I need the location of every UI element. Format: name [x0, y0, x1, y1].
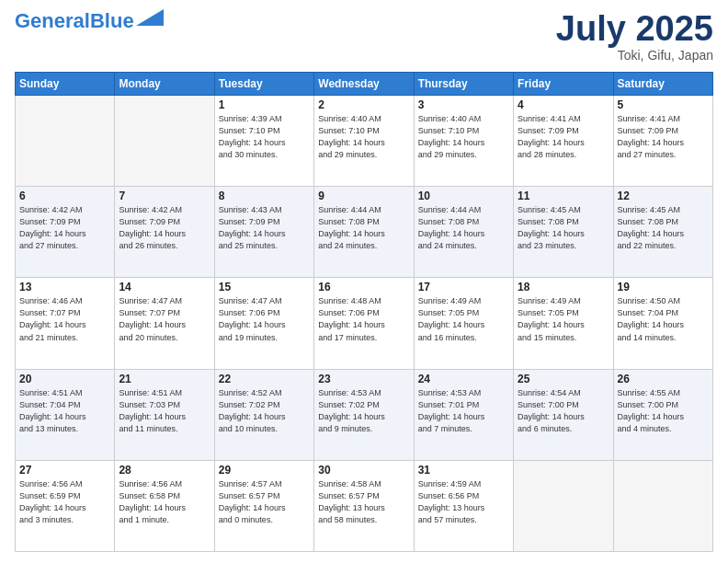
day-number: 12 — [618, 190, 709, 202]
day-info: Sunrise: 4:42 AMSunset: 7:09 PMDaylight:… — [119, 204, 210, 252]
logo-text: GeneralBlue — [15, 11, 134, 31]
day-number: 25 — [518, 373, 609, 385]
table-row: 30Sunrise: 4:58 AMSunset: 6:57 PMDayligh… — [314, 460, 414, 551]
table-row: 22Sunrise: 4:52 AMSunset: 7:02 PMDayligh… — [214, 369, 313, 460]
day-number: 4 — [518, 98, 609, 111]
day-info: Sunrise: 4:49 AMSunset: 7:05 PMDaylight:… — [418, 295, 509, 343]
day-number: 14 — [119, 281, 210, 293]
title-month: July 2025 — [556, 11, 713, 46]
table-row: 5Sunrise: 4:41 AMSunset: 7:09 PMDaylight… — [613, 96, 712, 187]
logo-wing-icon — [136, 9, 164, 26]
col-thursday: Thursday — [414, 73, 513, 96]
calendar-table: Sunday Monday Tuesday Wednesday Thursday… — [15, 72, 713, 552]
day-number: 23 — [318, 373, 409, 385]
day-info: Sunrise: 4:43 AMSunset: 7:09 PMDaylight:… — [219, 204, 310, 252]
table-row — [16, 96, 115, 187]
day-info: Sunrise: 4:51 AMSunset: 7:04 PMDaylight:… — [19, 387, 110, 435]
day-info: Sunrise: 4:40 AMSunset: 7:10 PMDaylight:… — [418, 113, 509, 161]
table-row: 7Sunrise: 4:42 AMSunset: 7:09 PMDaylight… — [115, 187, 214, 278]
table-row: 29Sunrise: 4:57 AMSunset: 6:57 PMDayligh… — [214, 460, 313, 551]
table-row: 25Sunrise: 4:54 AMSunset: 7:00 PMDayligh… — [514, 369, 613, 460]
day-number: 8 — [219, 190, 310, 202]
day-number: 21 — [119, 373, 210, 385]
day-info: Sunrise: 4:41 AMSunset: 7:09 PMDaylight:… — [518, 113, 609, 161]
day-info: Sunrise: 4:44 AMSunset: 7:08 PMDaylight:… — [318, 204, 409, 252]
day-number: 10 — [418, 190, 509, 202]
calendar-week-row: 13Sunrise: 4:46 AMSunset: 7:07 PMDayligh… — [16, 278, 713, 369]
day-info: Sunrise: 4:48 AMSunset: 7:06 PMDaylight:… — [318, 295, 409, 343]
calendar-week-row: 1Sunrise: 4:39 AMSunset: 7:10 PMDaylight… — [16, 96, 713, 187]
day-info: Sunrise: 4:53 AMSunset: 7:02 PMDaylight:… — [318, 387, 409, 435]
day-number: 29 — [219, 464, 310, 477]
day-info: Sunrise: 4:50 AMSunset: 7:04 PMDaylight:… — [618, 295, 709, 343]
day-info: Sunrise: 4:51 AMSunset: 7:03 PMDaylight:… — [119, 387, 210, 435]
day-info: Sunrise: 4:47 AMSunset: 7:07 PMDaylight:… — [119, 295, 210, 343]
day-number: 22 — [219, 373, 310, 385]
table-row: 23Sunrise: 4:53 AMSunset: 7:02 PMDayligh… — [314, 369, 414, 460]
day-number: 19 — [618, 281, 709, 293]
table-row: 16Sunrise: 4:48 AMSunset: 7:06 PMDayligh… — [314, 278, 414, 369]
table-row — [115, 96, 214, 187]
col-sunday: Sunday — [16, 73, 115, 96]
day-number: 13 — [19, 281, 110, 293]
day-number: 18 — [518, 281, 609, 293]
day-info: Sunrise: 4:46 AMSunset: 7:07 PMDaylight:… — [19, 295, 110, 343]
day-number: 15 — [219, 281, 310, 293]
col-monday: Monday — [115, 73, 214, 96]
table-row: 15Sunrise: 4:47 AMSunset: 7:06 PMDayligh… — [214, 278, 313, 369]
header: GeneralBlue July 2025 Toki, Gifu, Japan — [15, 11, 713, 63]
table-row: 24Sunrise: 4:53 AMSunset: 7:01 PMDayligh… — [414, 369, 513, 460]
day-info: Sunrise: 4:58 AMSunset: 6:57 PMDaylight:… — [318, 478, 409, 526]
day-number: 16 — [318, 281, 409, 293]
calendar-header-row: Sunday Monday Tuesday Wednesday Thursday… — [16, 73, 713, 96]
table-row: 9Sunrise: 4:44 AMSunset: 7:08 PMDaylight… — [314, 187, 414, 278]
table-row: 12Sunrise: 4:45 AMSunset: 7:08 PMDayligh… — [613, 187, 712, 278]
day-info: Sunrise: 4:45 AMSunset: 7:08 PMDaylight:… — [618, 204, 709, 252]
day-number: 9 — [318, 190, 409, 202]
table-row — [613, 460, 712, 551]
table-row: 31Sunrise: 4:59 AMSunset: 6:56 PMDayligh… — [414, 460, 513, 551]
table-row: 28Sunrise: 4:56 AMSunset: 6:58 PMDayligh… — [115, 460, 214, 551]
day-number: 6 — [19, 190, 110, 202]
day-info: Sunrise: 4:44 AMSunset: 7:08 PMDaylight:… — [418, 204, 509, 252]
day-number: 3 — [418, 98, 509, 111]
day-number: 24 — [418, 373, 509, 385]
day-number: 28 — [119, 464, 210, 477]
day-number: 26 — [618, 373, 709, 385]
table-row — [514, 460, 613, 551]
table-row: 17Sunrise: 4:49 AMSunset: 7:05 PMDayligh… — [414, 278, 513, 369]
day-info: Sunrise: 4:55 AMSunset: 7:00 PMDaylight:… — [618, 387, 709, 435]
day-info: Sunrise: 4:56 AMSunset: 6:58 PMDaylight:… — [119, 478, 210, 526]
day-number: 20 — [19, 373, 110, 385]
day-number: 17 — [418, 281, 509, 293]
day-info: Sunrise: 4:47 AMSunset: 7:06 PMDaylight:… — [219, 295, 310, 343]
day-number: 5 — [618, 98, 709, 111]
logo: GeneralBlue — [15, 11, 164, 31]
day-info: Sunrise: 4:39 AMSunset: 7:10 PMDaylight:… — [219, 113, 310, 161]
day-info: Sunrise: 4:54 AMSunset: 7:00 PMDaylight:… — [518, 387, 609, 435]
table-row: 13Sunrise: 4:46 AMSunset: 7:07 PMDayligh… — [16, 278, 115, 369]
calendar-week-row: 27Sunrise: 4:56 AMSunset: 6:59 PMDayligh… — [16, 460, 713, 551]
day-info: Sunrise: 4:57 AMSunset: 6:57 PMDaylight:… — [219, 478, 310, 526]
day-info: Sunrise: 4:40 AMSunset: 7:10 PMDaylight:… — [318, 113, 409, 161]
day-info: Sunrise: 4:41 AMSunset: 7:09 PMDaylight:… — [618, 113, 709, 161]
table-row: 11Sunrise: 4:45 AMSunset: 7:08 PMDayligh… — [514, 187, 613, 278]
table-row: 1Sunrise: 4:39 AMSunset: 7:10 PMDaylight… — [214, 96, 313, 187]
day-number: 30 — [318, 464, 409, 477]
table-row: 19Sunrise: 4:50 AMSunset: 7:04 PMDayligh… — [613, 278, 712, 369]
table-row: 4Sunrise: 4:41 AMSunset: 7:09 PMDaylight… — [514, 96, 613, 187]
table-row: 6Sunrise: 4:42 AMSunset: 7:09 PMDaylight… — [16, 187, 115, 278]
col-tuesday: Tuesday — [214, 73, 313, 96]
table-row: 10Sunrise: 4:44 AMSunset: 7:08 PMDayligh… — [414, 187, 513, 278]
day-info: Sunrise: 4:52 AMSunset: 7:02 PMDaylight:… — [219, 387, 310, 435]
day-number: 27 — [19, 464, 110, 477]
day-number: 1 — [219, 98, 310, 111]
table-row: 21Sunrise: 4:51 AMSunset: 7:03 PMDayligh… — [115, 369, 214, 460]
day-info: Sunrise: 4:56 AMSunset: 6:59 PMDaylight:… — [19, 478, 110, 526]
table-row: 2Sunrise: 4:40 AMSunset: 7:10 PMDaylight… — [314, 96, 414, 187]
table-row: 27Sunrise: 4:56 AMSunset: 6:59 PMDayligh… — [16, 460, 115, 551]
col-wednesday: Wednesday — [314, 73, 414, 96]
day-info: Sunrise: 4:59 AMSunset: 6:56 PMDaylight:… — [418, 478, 509, 526]
table-row: 18Sunrise: 4:49 AMSunset: 7:05 PMDayligh… — [514, 278, 613, 369]
title-location: Toki, Gifu, Japan — [556, 48, 713, 63]
